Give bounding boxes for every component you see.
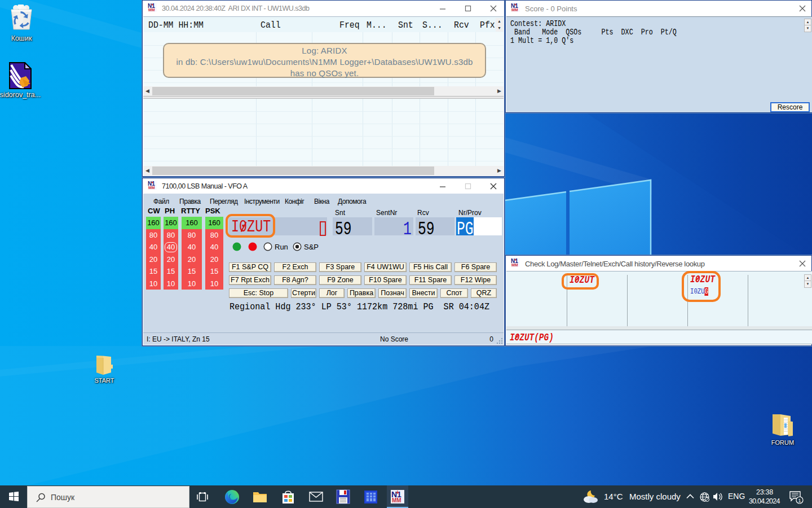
- svg-text:+: +: [514, 3, 517, 7]
- svg-text:+: +: [151, 3, 153, 7]
- svg-text:+: +: [396, 490, 399, 496]
- svg-text:MM: MM: [511, 263, 518, 267]
- svg-text:1: 1: [798, 498, 801, 503]
- svg-text:MM: MM: [511, 8, 518, 12]
- svg-text:+: +: [514, 258, 517, 262]
- svg-text:MM: MM: [392, 497, 401, 503]
- svg-text:MM: MM: [148, 186, 155, 190]
- svg-text:MM: MM: [148, 8, 155, 12]
- svg-text:+: +: [151, 181, 153, 185]
